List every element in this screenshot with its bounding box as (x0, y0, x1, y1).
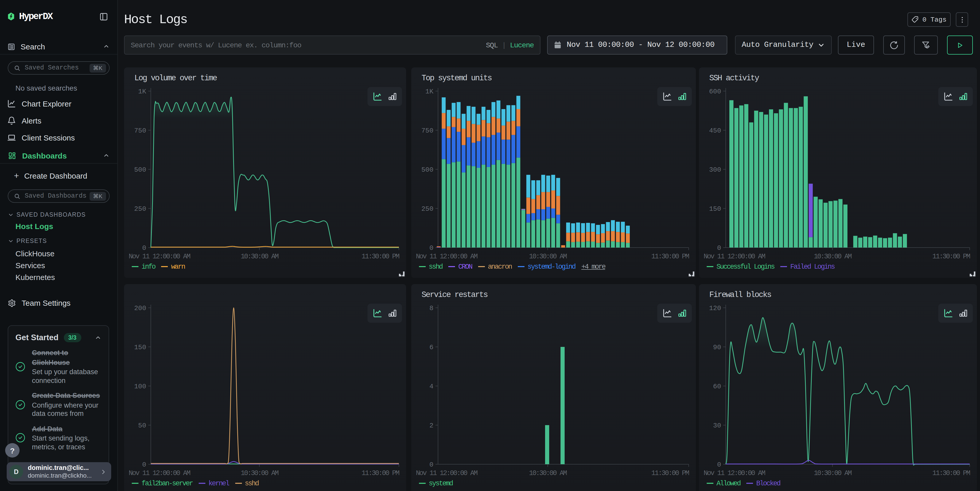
svg-text:1K: 1K (425, 87, 434, 95)
svg-text:Nov 11 12:00:00 AM: Nov 11 12:00:00 AM (703, 469, 765, 477)
svg-text:200: 200 (134, 304, 146, 312)
svg-text:60: 60 (713, 382, 721, 390)
svg-text:Nov 11 12:00:00 AM: Nov 11 12:00:00 AM (416, 253, 477, 260)
svg-text:50: 50 (138, 421, 146, 429)
svg-text:11:30:00 PM: 11:30:00 PM (651, 253, 689, 260)
svg-text:Nov 11 12:00:00 AM: Nov 11 12:00:00 AM (129, 253, 190, 260)
svg-text:250: 250 (134, 205, 146, 213)
svg-text:0: 0 (142, 244, 146, 252)
svg-text:500: 500 (134, 166, 146, 173)
svg-text:0: 0 (717, 244, 721, 252)
svg-text:Nov 11 12:00:00 AM: Nov 11 12:00:00 AM (129, 469, 190, 477)
svg-text:100: 100 (134, 382, 146, 390)
svg-text:4: 4 (429, 382, 433, 390)
svg-text:250: 250 (421, 205, 433, 213)
svg-text:10:30:00 AM: 10:30:00 AM (240, 469, 278, 477)
svg-text:600: 600 (709, 87, 721, 95)
svg-text:450: 450 (709, 127, 721, 134)
svg-text:11:30:00 PM: 11:30:00 PM (361, 469, 399, 477)
svg-text:10:30:00 AM: 10:30:00 AM (529, 253, 567, 260)
svg-text:150: 150 (134, 343, 146, 351)
svg-text:750: 750 (134, 127, 146, 134)
svg-text:0: 0 (142, 461, 146, 468)
svg-text:10:30:00 AM: 10:30:00 AM (529, 469, 567, 477)
svg-text:2: 2 (429, 421, 433, 429)
svg-text:150: 150 (709, 205, 721, 213)
svg-text:0: 0 (429, 461, 433, 468)
svg-text:11:30:00 PM: 11:30:00 PM (932, 469, 970, 477)
svg-text:300: 300 (709, 166, 721, 173)
svg-text:90: 90 (713, 343, 721, 351)
svg-text:10:30:00 AM: 10:30:00 AM (814, 253, 851, 260)
svg-text:Nov 11 12:00:00 AM: Nov 11 12:00:00 AM (703, 253, 765, 260)
svg-text:0: 0 (717, 461, 721, 468)
svg-text:10:30:00 AM: 10:30:00 AM (240, 253, 278, 260)
svg-text:30: 30 (713, 421, 721, 429)
svg-text:750: 750 (421, 127, 433, 134)
svg-text:Nov 11 12:00:00 AM: Nov 11 12:00:00 AM (416, 469, 477, 477)
svg-text:500: 500 (421, 166, 433, 173)
svg-text:120: 120 (709, 304, 721, 312)
svg-text:6: 6 (429, 343, 433, 351)
svg-text:11:30:00 PM: 11:30:00 PM (932, 253, 970, 260)
svg-text:11:30:00 PM: 11:30:00 PM (361, 253, 399, 260)
svg-text:8: 8 (429, 304, 433, 312)
svg-text:0: 0 (429, 244, 433, 252)
svg-text:10:30:00 AM: 10:30:00 AM (814, 469, 851, 477)
svg-text:1K: 1K (138, 87, 146, 95)
svg-text:11:30:00 PM: 11:30:00 PM (651, 469, 689, 477)
